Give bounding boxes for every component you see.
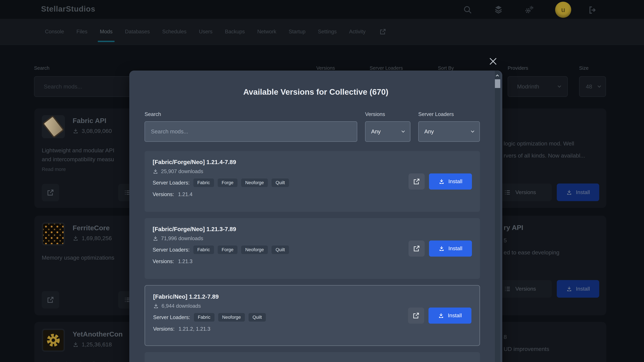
mod-title: YetAnotherCon [72,330,122,338]
loaders-prefix: Server Loaders: [152,180,190,186]
user-avatar[interactable]: u [555,2,571,18]
mod-title: Fabric API [72,117,112,125]
mod-install-button[interactable]: Install [557,280,599,298]
mods-search-input[interactable] [34,76,136,97]
tab-startup[interactable]: Startup [289,18,306,45]
modal-versions-select[interactable]: Any [365,121,410,142]
tab-mods[interactable]: Mods [100,18,112,45]
versions-prefix: Versions: [152,191,174,197]
modal-loaders-label: Server Loaders [418,111,480,117]
version-downloads: 25,907 downloads [161,168,203,174]
version-external-link-button[interactable] [408,308,424,324]
server-nav: Console Files Mods Databases Schedules U… [0,19,644,45]
modal-versions-label: Versions [365,111,410,117]
version-values: 1.21.3 [178,258,192,265]
sort-by-filter-label: Sort By [438,65,454,71]
version-values: 1.21.2, 1.21.3 [178,326,210,332]
servers-layers-icon[interactable] [494,5,503,14]
close-icon[interactable] [488,56,498,67]
external-link-icon [46,189,54,196]
install-button[interactable]: Install [429,173,472,190]
version-title: [Fabric/Neo] 1.21.2-7.89 [153,293,472,300]
chevron-down-icon [471,129,474,133]
mod-versions-button[interactable]: Versions [494,280,552,298]
loader-badge: Neoforge [241,178,268,187]
install-button[interactable]: Install [429,241,472,257]
app-title: StellarStudios [41,4,95,13]
admin-gears-icon[interactable] [524,5,534,14]
install-button[interactable]: Install [428,308,472,324]
size-filter-label: Size [579,65,588,71]
tab-files[interactable]: Files [76,18,88,45]
chevron-down-icon [558,84,561,88]
mod-downloads: 1,69,80,256 [82,235,112,242]
available-versions-modal: Available Versions for Collective (670) … [129,70,502,362]
tab-network[interactable]: Network [257,18,276,45]
fabric-api-mod-icon [42,115,65,138]
mod-install-button[interactable]: Install [557,184,599,201]
loader-badge: Quilt [272,178,289,187]
version-row-highlighted: [Fabric/Neo] 1.21.2-7.89 6,944 downloads… [144,285,480,346]
mod-description-fragment: rvers of all kinds. Now availabl... [504,152,585,159]
external-link-icon[interactable] [379,28,386,35]
list-icon [504,285,511,293]
providers-select[interactable]: Modrinth [508,76,568,97]
tab-settings[interactable]: Settings [318,18,337,45]
version-external-link-button[interactable] [408,241,425,257]
size-select[interactable]: 48 [579,76,606,97]
version-title: [Fabric/Forge/Neo] 1.21.3-7.89 [152,226,472,232]
tab-activity[interactable]: Activity [349,18,366,45]
mod-title: FerriteCore [72,224,112,232]
version-row: [Fabric/Forge/Neo] 1.21.4-7.89 25,907 do… [144,151,480,212]
scrollbar-thumb[interactable] [495,79,500,88]
external-link-icon [46,296,54,304]
list-icon [504,189,511,196]
loader-badge: Fabric [193,246,214,254]
mod-downloads-fragment: 8 [504,334,507,340]
chevron-up-icon[interactable] [496,74,499,77]
search-icon[interactable] [463,5,472,14]
external-link-icon [412,312,420,319]
external-link-icon [413,178,420,185]
logout-icon[interactable] [588,5,598,15]
modal-search-field: Search [144,111,357,142]
modal-versions-filter: Versions Any [365,111,410,142]
mod-downloads-fragment: 5 [504,237,507,244]
download-icon [153,303,159,309]
version-external-link-button[interactable] [408,173,425,190]
external-link-icon [413,245,420,252]
modal-loaders-select[interactable]: Any [418,121,480,142]
download-icon [438,178,444,185]
loader-badge: Forge [218,246,238,254]
tab-backups[interactable]: Backups [225,18,245,45]
mod-title-fragment: ry API [504,224,523,232]
tab-schedules[interactable]: Schedules [162,18,186,45]
tab-console[interactable]: Console [45,18,64,45]
mod-versions-button[interactable]: Versions [494,184,552,201]
loader-badge: Quilt [272,246,289,254]
modal-versions-select-value: Any [371,128,381,135]
mod-external-link-button[interactable] [42,291,59,309]
mod-external-link-button[interactable] [42,184,59,201]
screen: StellarStudios u Console Files Mods Data… [0,0,644,362]
download-icon [566,286,572,292]
providers-select-value: Modrinth [517,83,539,90]
chevron-down-icon [598,84,601,88]
version-values: 1.21.4 [178,191,192,197]
mod-description-fragment: UD improvements [504,346,549,352]
version-row-partial [144,352,480,362]
version-row: [Fabric/Forge/Neo] 1.21.3-7.89 71,996 do… [144,218,480,279]
mods-search-label: Search [34,65,50,71]
modal-search-input[interactable] [144,121,357,142]
tab-databases[interactable]: Databases [125,18,150,45]
download-icon [438,313,444,319]
tab-users[interactable]: Users [199,18,212,45]
download-icon [72,342,79,348]
modal-loaders-filter: Server Loaders Any [418,111,480,142]
version-title: [Fabric/Forge/Neo] 1.21.4-7.89 [152,159,472,165]
loader-badge: Neoforge [218,313,245,322]
loaders-prefix: Server Loaders: [153,314,190,321]
modal-scrollbar[interactable] [495,70,500,362]
version-downloads: 6,944 downloads [162,303,201,309]
version-downloads: 71,996 downloads [161,236,203,242]
